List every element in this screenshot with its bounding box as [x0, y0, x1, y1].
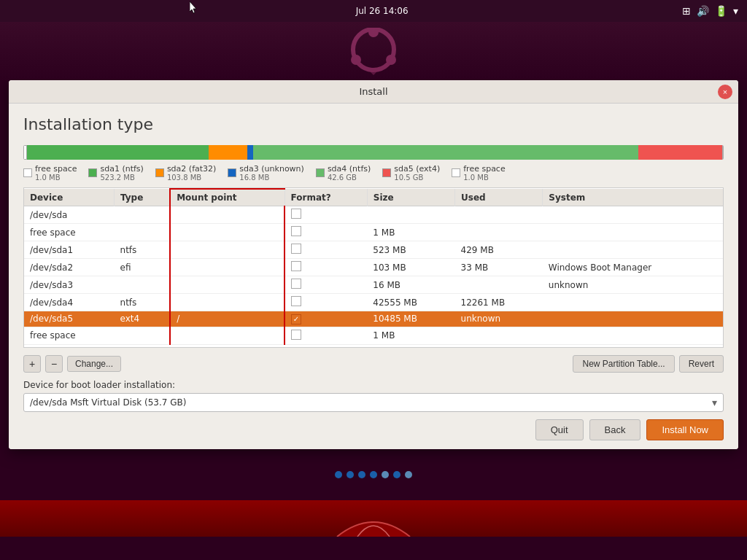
remove-partition-button[interactable]: − — [45, 355, 63, 373]
table-row[interactable]: /dev/sda4ntfs42555 MB12261 MB — [24, 294, 723, 311]
change-partition-button[interactable]: Change... — [67, 356, 121, 372]
cell-device: /dev/sda2 — [24, 259, 115, 276]
format-checkbox[interactable] — [291, 244, 301, 254]
dialog-content: Installation type free space1.0 MBsda1 (… — [9, 104, 738, 449]
cell-size: 16 MB — [367, 276, 454, 294]
cell-system: Windows Boot Manager — [543, 259, 723, 276]
cell-format — [285, 206, 367, 224]
cell-system — [543, 224, 723, 241]
footer-logo — [0, 500, 747, 537]
legend-item-free-space-1: free space1.0 MB — [23, 164, 77, 182]
cell-system — [543, 327, 723, 344]
table-row[interactable]: free space1 MB — [24, 327, 723, 344]
col-mount-point: Mount point — [170, 189, 285, 206]
cell-used: 429 MB — [455, 241, 543, 259]
cell-mount — [170, 206, 285, 224]
col-used: Used — [455, 189, 543, 206]
ubuntu-logo — [344, 28, 403, 75]
legend-label-sda4: sda4 (ntfs) — [328, 164, 371, 174]
cell-used — [455, 224, 543, 241]
legend-sub-free-space-2: 1.0 MB — [463, 174, 505, 182]
legend-item-sda4: sda4 (ntfs)42.6 GB — [316, 164, 371, 182]
cell-device: /dev/sda — [24, 206, 115, 224]
table-row[interactable]: /dev/sda5ext4/✓10485 MBunknown — [24, 311, 723, 327]
cell-type: ntfs — [115, 241, 171, 259]
add-partition-button[interactable]: + — [23, 355, 41, 373]
cell-format — [285, 224, 367, 241]
dialog-titlebar: Install × — [9, 80, 738, 104]
progress-dot-0 — [335, 471, 342, 478]
format-checkbox[interactable] — [291, 330, 301, 340]
progress-dots — [0, 449, 747, 500]
format-checkbox[interactable] — [291, 209, 301, 219]
svg-point-3 — [386, 55, 396, 65]
table-row[interactable]: free space1 MB — [24, 224, 723, 241]
col-device: Device — [24, 189, 115, 206]
cell-used: 12261 MB — [455, 294, 543, 311]
cell-format — [285, 327, 367, 344]
partition-bar-container: free space1.0 MBsda1 (ntfs)523.2 MBsda2 … — [23, 145, 724, 182]
cell-format: ✓ — [285, 311, 367, 327]
legend-label-free-space-2: free space — [463, 164, 505, 174]
cell-type — [115, 327, 171, 344]
format-checkbox[interactable] — [291, 279, 301, 289]
legend-item-sda3: sda3 (unknown)16.8 MB — [228, 164, 304, 182]
legend-label-sda1: sda1 (ntfs) — [100, 164, 143, 174]
dialog-close-button[interactable]: × — [718, 85, 732, 99]
legend-item-sda5: sda5 (ext4)10.5 GB — [382, 164, 440, 182]
back-button[interactable]: Back — [589, 419, 641, 440]
cell-mount — [170, 259, 285, 276]
volume-icon: 🔊 — [697, 5, 709, 17]
cell-size: 42555 MB — [367, 294, 454, 311]
cell-type — [115, 276, 171, 294]
quit-button[interactable]: Quit — [535, 419, 584, 440]
table-row[interactable]: /dev/sda1ntfs523 MB429 MB — [24, 241, 723, 259]
legend-label-sda2: sda2 (fat32) — [167, 164, 216, 174]
legend-sub-sda1: 523.2 MB — [100, 174, 143, 182]
revert-button[interactable]: Revert — [679, 355, 724, 373]
cell-type: efi — [115, 259, 171, 276]
cell-device: /dev/sda4 — [24, 294, 115, 311]
cell-mount — [170, 276, 285, 294]
legend-color-sda4 — [316, 168, 325, 177]
cell-used: unknown — [455, 311, 543, 327]
format-checkbox[interactable] — [291, 296, 301, 306]
partition-table-wrapper[interactable]: Device Type Mount point Format? Size Use… — [23, 187, 724, 348]
table-row[interactable]: /dev/sda316 MBunknown — [24, 276, 723, 294]
format-checkbox[interactable] — [291, 261, 301, 271]
legend-item-sda1: sda1 (ntfs)523.2 MB — [88, 164, 143, 182]
legend-color-sda3 — [228, 168, 236, 177]
legend-color-sda5 — [382, 168, 391, 177]
cell-system — [543, 294, 723, 311]
topbar-time: Jul 26 14:06 — [356, 6, 409, 16]
bootloader-select[interactable]: /dev/sda Msft Virtual Disk (53.7 GB) ▾ — [23, 393, 724, 412]
format-checkbox[interactable] — [291, 226, 301, 236]
bootloader-dropdown-arrow: ▾ — [712, 397, 717, 408]
cell-device: /dev/sda3 — [24, 276, 115, 294]
page-title: Installation type — [23, 115, 724, 133]
col-size: Size — [367, 189, 454, 206]
cell-mount — [170, 224, 285, 241]
legend-sub-sda4: 42.6 GB — [328, 174, 371, 182]
cell-format — [285, 276, 367, 294]
cell-format — [285, 241, 367, 259]
cell-used — [455, 206, 543, 224]
legend-label-sda5: sda5 (ext4) — [394, 164, 440, 174]
partition-legend: free space1.0 MBsda1 (ntfs)523.2 MBsda2 … — [23, 164, 724, 182]
table-row[interactable]: /dev/sda — [24, 206, 723, 224]
cell-type: ntfs — [115, 294, 171, 311]
progress-dot-5 — [393, 471, 400, 478]
install-now-button[interactable]: Install Now — [646, 419, 724, 440]
table-row[interactable]: /dev/sda2efi103 MB33 MBWindows Boot Mana… — [24, 259, 723, 276]
system-menu-icon[interactable]: ▾ — [733, 5, 738, 17]
footer-area — [0, 500, 747, 537]
dialog-title: Install — [359, 86, 387, 97]
cell-type — [115, 224, 171, 241]
cell-system — [543, 311, 723, 327]
background-logo-area — [0, 22, 747, 80]
format-checkbox[interactable]: ✓ — [291, 314, 301, 324]
col-type: Type — [115, 189, 171, 206]
cell-device: free space — [24, 327, 115, 344]
new-partition-table-button[interactable]: New Partition Table... — [573, 355, 674, 373]
toolbar-row: + − Change... New Partition Table... Rev… — [23, 355, 724, 373]
